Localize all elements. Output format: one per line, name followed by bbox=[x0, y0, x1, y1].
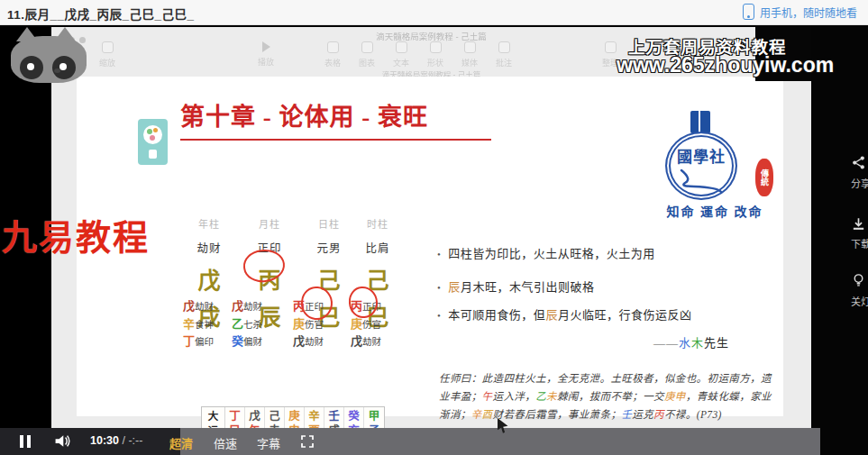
lightbulb-icon bbox=[138, 119, 168, 165]
toolbar-comment-button[interactable]: 批注 bbox=[486, 41, 522, 68]
download-button[interactable]: 下载 bbox=[851, 236, 868, 250]
promo-text: 用手机，随时随地看 bbox=[760, 5, 857, 20]
browser-top-bar: 11.辰月__戊戌_丙辰_己巳_己巳_ 用手机，随时随地看 bbox=[0, 0, 868, 25]
phone-icon bbox=[743, 4, 754, 20]
bullet-3: •本可顺用食伤，但辰月火临旺，行食伤运反凶 bbox=[437, 305, 798, 323]
light-off-icon[interactable] bbox=[851, 272, 866, 287]
mobile-promo-link[interactable]: 用手机，随时随地看 bbox=[743, 4, 868, 20]
title-underline bbox=[180, 139, 491, 141]
time-display: 10:30 / -:-- bbox=[90, 434, 142, 447]
toolbar-table-button[interactable]: 表格 bbox=[315, 41, 351, 68]
page-title: 11.辰月__戊戌_丙辰_己巳_己巳_ bbox=[7, 5, 195, 23]
bullet-2: •辰月木旺，木气引出则破格 bbox=[437, 278, 798, 295]
hidden-stems-month: 戊劫财 乙七杀 癸偏财 bbox=[232, 297, 289, 350]
logo-red-stamp: 傳統 bbox=[755, 159, 773, 196]
attribution: ——水木先生 bbox=[653, 333, 729, 350]
chart-icon bbox=[361, 41, 373, 53]
share-button[interactable]: 分享 bbox=[851, 176, 868, 190]
download-icon[interactable] bbox=[851, 216, 866, 232]
video-stage[interactable]: 滴天髓格局案例教程 - 己土篇 视图 缩放 播放 表格 图表 bbox=[0, 25, 868, 455]
subtitle-button[interactable]: 字幕 bbox=[257, 434, 280, 451]
logo-squiggle bbox=[674, 165, 728, 196]
zoom-icon bbox=[102, 41, 114, 53]
light-off-button[interactable]: 关灯 bbox=[851, 294, 868, 308]
slide-canvas: 第十章 - 论体用 - 衰旺 國學社 傳統 知命 運命 改命 年柱 劫财 戊 戌 bbox=[77, 77, 783, 416]
shape-icon bbox=[430, 41, 442, 53]
commentary-paragraph: 任师曰：此造四柱火土，全无克泄。土旺极者，似金也。初运南方，遗业丰盈；午运入泮，… bbox=[439, 370, 780, 423]
play-icon bbox=[262, 41, 270, 52]
logo-seal-text: 國學社 bbox=[665, 144, 737, 167]
toolbar-zoom-button[interactable]: 缩放 bbox=[89, 41, 125, 68]
toolbar-shape-button[interactable]: 形状 bbox=[417, 41, 453, 68]
presentation-app-window: 滴天髓格局案例教程 - 己土篇 视图 缩放 播放 表格 图表 bbox=[51, 27, 811, 430]
toolbar-media-button[interactable]: 媒体 bbox=[452, 41, 488, 68]
cat-mascot-logo bbox=[2, 29, 94, 85]
toolbar-chart-button[interactable]: 图表 bbox=[349, 41, 385, 68]
table-icon bbox=[327, 41, 339, 53]
speed-button[interactable]: 倍速 bbox=[214, 434, 237, 451]
toolbar-text-button[interactable]: 文本 bbox=[383, 41, 419, 68]
watermark-url: www.265zhouyiw.com bbox=[617, 53, 834, 77]
volume-icon[interactable] bbox=[54, 433, 71, 449]
pause-button[interactable] bbox=[20, 435, 31, 448]
media-icon bbox=[464, 41, 476, 53]
logo-motto: 知命 運命 改命 bbox=[651, 202, 779, 220]
slide-title: 第十章 - 论体用 - 衰旺 bbox=[180, 97, 428, 132]
quality-button[interactable]: 超清 bbox=[169, 434, 193, 451]
text-icon bbox=[396, 41, 407, 53]
comment-icon bbox=[498, 41, 510, 53]
watermark-left: 九易教程 bbox=[2, 209, 150, 259]
logo-square-seal bbox=[690, 111, 710, 133]
share-icon[interactable] bbox=[851, 155, 866, 170]
fullscreen-icon[interactable] bbox=[300, 434, 315, 449]
bullet-1: •四柱皆为印比，火土从旺格，火土为用 bbox=[437, 244, 798, 261]
toolbar-play-button[interactable]: 播放 bbox=[248, 41, 284, 68]
arrange-icon bbox=[605, 41, 617, 53]
